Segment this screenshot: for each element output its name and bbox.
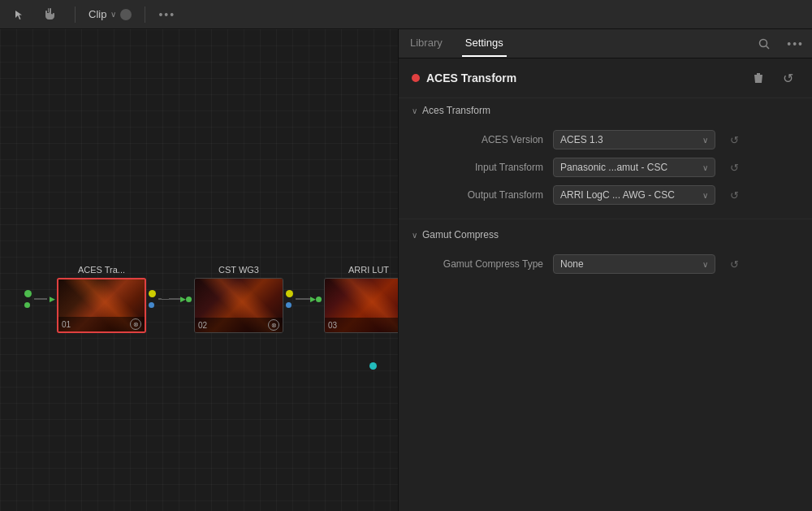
aces-version-dropdown[interactable]: ACES 1.3 ∨ — [553, 130, 715, 149]
bottom-cyan-port[interactable] — [369, 362, 377, 370]
group2-label: Gamut Compress — [422, 229, 499, 240]
more-options-button[interactable]: ••• — [158, 8, 175, 21]
arrow-small: — — [162, 295, 169, 303]
arrow-head-1: ▶ — [50, 295, 55, 303]
output-port-blue-2[interactable] — [286, 302, 292, 308]
panel-content: ACES Transform ↺ ∨ Aces Transform ACES V… — [399, 58, 812, 511]
select-tool-button[interactable] — [8, 3, 31, 26]
svg-point-0 — [760, 39, 767, 46]
node-footer-3: 03 ⊞ — [325, 318, 398, 332]
input-transform-label: Input Transform — [439, 162, 553, 173]
output-port-yellow-1[interactable] — [149, 290, 156, 297]
section-title-bar: ACES Transform ↺ — [399, 58, 812, 98]
input-port-green[interactable] — [24, 290, 32, 297]
clip-label: Clip — [89, 8, 106, 20]
section-main-title: ACES Transform — [426, 71, 741, 84]
connector-line-left — [34, 298, 47, 300]
input-transform-reset-button[interactable]: ↺ — [725, 158, 743, 176]
input-port-small[interactable] — [24, 302, 30, 308]
group-header-aces-transform[interactable]: ∨ Aces Transform — [399, 98, 812, 123]
connector-1-2: — ▶ — [158, 295, 186, 303]
input-transform-row: Input Transform Panasonic ...amut - CSC … — [399, 154, 812, 181]
panel-tabs-left: Library Settings — [407, 30, 507, 57]
conn-line-c — [296, 298, 310, 300]
arrow-head-2: ▶ — [180, 295, 186, 303]
dropdown-chevron-icon2: ∨ — [702, 163, 708, 172]
divider — [75, 6, 76, 23]
node-label-1: ACES Tra... — [78, 265, 125, 275]
node-graph-panel: ▶ ACES Tra... 01 ⊗ — — [0, 29, 398, 511]
gamut-compress-settings: Gamut Compress Type None ∨ ↺ — [399, 247, 812, 284]
output-transform-reset-button[interactable]: ↺ — [725, 186, 743, 204]
node2-left-ports — [186, 297, 192, 302]
node1-right-ports — [149, 290, 156, 308]
node-id-2: 02 — [198, 321, 207, 330]
connector-2-3: ▶ — [296, 295, 316, 303]
top-bar: Clip ∨ ••• — [0, 0, 812, 29]
reset-all-button[interactable]: ↺ — [776, 67, 799, 89]
node-id-1: 01 — [62, 320, 71, 329]
chevron-group2-icon: ∨ — [412, 231, 417, 240]
output-port-blue-1[interactable] — [149, 302, 154, 308]
output-transform-row: Output Transform ARRI LogC ... AWG - CSC… — [399, 181, 812, 209]
node-body-1[interactable]: 01 ⊗ — [57, 278, 146, 333]
gamut-compress-type-control: None ∨ ↺ — [553, 254, 799, 274]
panel-tabs-right: ••• — [753, 32, 804, 55]
panel-more-button[interactable]: ••• — [787, 37, 804, 50]
input-transform-control: Panasonic ...amut - CSC ∨ ↺ — [553, 158, 799, 177]
pan-tool-button[interactable] — [39, 3, 62, 26]
group-header-gamut-compress[interactable]: ∨ Gamut Compress — [399, 223, 812, 247]
right-panel: Library Settings ••• ACES Transform — [398, 29, 812, 511]
aces-version-label: ACES Version — [439, 134, 553, 145]
node-body-3[interactable]: 03 ⊞ — [324, 278, 398, 333]
node-footer-1: 01 ⊗ — [58, 317, 145, 331]
gamut-compress-type-row: Gamut Compress Type None ∨ ↺ — [399, 250, 812, 278]
input-port-green-3[interactable] — [316, 297, 322, 302]
arrow-head-3: ▶ — [310, 295, 316, 303]
dropdown-chevron-icon: ∨ — [702, 136, 708, 145]
output-transform-label: Output Transform — [439, 189, 553, 201]
delete-button[interactable] — [747, 67, 770, 89]
aces-transform-settings: ACES Version ACES 1.3 ∨ ↺ Input Transfor… — [399, 123, 812, 215]
main-layout: ▶ ACES Tra... 01 ⊗ — — [0, 29, 812, 511]
node-container: ▶ ACES Tra... 01 ⊗ — — [24, 265, 398, 333]
top-bar-left: Clip ∨ ••• — [8, 3, 804, 26]
group1-label: Aces Transform — [422, 105, 490, 116]
node-label-2: CST WG3 — [218, 265, 259, 275]
node-body-2[interactable]: 02 ⊗ — [194, 278, 283, 333]
output-transform-dropdown[interactable]: ARRI LogC ... AWG - CSC ∨ — [553, 185, 715, 205]
node-cst-wg3[interactable]: CST WG3 02 ⊗ — [194, 265, 283, 333]
node-arri-lut[interactable]: ARRI LUT 03 ⊞ — [324, 265, 398, 333]
node-footer-2: 02 ⊗ — [195, 318, 283, 332]
gamut-compress-type-label: Gamut Compress Type — [439, 258, 553, 270]
tab-library[interactable]: Library — [407, 30, 446, 57]
dropdown-chevron-icon3: ∨ — [702, 191, 708, 200]
node2-right-ports — [286, 290, 293, 308]
clip-color-dot — [120, 9, 132, 20]
input-port-green-2[interactable] — [186, 297, 192, 302]
chevron-down-icon: ∨ — [110, 10, 116, 19]
active-indicator-dot — [412, 74, 420, 82]
aces-version-value: ACES 1.3 — [560, 134, 603, 145]
clip-dropdown[interactable]: Clip ∨ — [89, 8, 132, 20]
output-port-yellow-2[interactable] — [286, 290, 293, 297]
output-transform-value: ARRI LogC ... AWG - CSC — [560, 189, 675, 201]
input-transform-dropdown[interactable]: Panasonic ...amut - CSC ∨ — [553, 158, 715, 177]
node-aces-transform[interactable]: ACES Tra... 01 ⊗ — [57, 265, 146, 333]
gamut-compress-type-reset-button[interactable]: ↺ — [725, 255, 743, 273]
aces-version-row: ACES Version ACES 1.3 ∨ ↺ — [399, 126, 812, 154]
dropdown-chevron-icon4: ∨ — [702, 260, 708, 269]
gamut-compress-type-value: None — [560, 258, 584, 270]
search-button[interactable] — [753, 32, 775, 55]
aces-version-control: ACES 1.3 ∨ ↺ — [553, 130, 799, 149]
svg-line-1 — [767, 45, 770, 49]
tab-settings[interactable]: Settings — [462, 30, 507, 57]
conn-line-b — [169, 298, 180, 300]
panel-tabs: Library Settings ••• — [399, 29, 812, 58]
node-id-3: 03 — [328, 321, 337, 330]
node3-left-ports — [316, 297, 322, 302]
aces-version-reset-button[interactable]: ↺ — [725, 131, 743, 149]
node-label-3: ARRI LUT — [348, 265, 389, 275]
section-divider — [399, 219, 812, 219]
gamut-compress-type-dropdown[interactable]: None ∨ — [553, 254, 715, 274]
